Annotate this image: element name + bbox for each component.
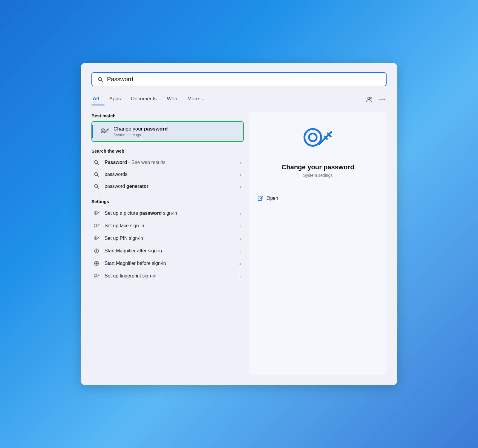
open-link-icon: [258, 195, 263, 201]
svg-point-8: [102, 130, 104, 132]
detail-actions: Open: [256, 193, 379, 204]
svg-line-12: [97, 163, 99, 165]
tab-all[interactable]: All: [91, 93, 105, 105]
open-label: Open: [266, 196, 278, 201]
arrow-right-icon: ›: [240, 184, 241, 189]
settings-item-3: Set up PIN sign-in: [105, 236, 240, 241]
settings-item-2: Set up face sign-in: [105, 223, 240, 228]
svg-point-7: [101, 129, 105, 133]
left-panel: Best match Change your password System: [91, 112, 244, 375]
detail-panel: Change your password System settings Ope…: [249, 112, 387, 375]
list-item[interactable]: Start Magnifier before sign-in ›: [91, 257, 244, 270]
search-icon: [93, 172, 100, 177]
web-result-text-1: Password - See web results: [105, 160, 240, 165]
settings-item-6: Set up fingerprint sign-in: [105, 273, 240, 279]
arrow-right-icon: ›: [240, 274, 241, 279]
list-item[interactable]: Set up a picture password sign-in ›: [91, 207, 244, 220]
svg-point-40: [309, 134, 317, 141]
key-icon: [93, 223, 100, 229]
magnifier-icon: [93, 248, 100, 254]
search-icon: [93, 160, 100, 165]
svg-point-22: [95, 225, 96, 226]
arrow-right-icon: ›: [240, 261, 241, 266]
more-options-button[interactable]: [378, 95, 387, 104]
web-search-label: Search the web: [91, 148, 244, 154]
settings-item-1: Set up a picture password sign-in: [105, 211, 240, 216]
svg-line-1: [101, 80, 103, 82]
best-match-item[interactable]: Change your password System settings: [91, 121, 244, 142]
web-result-text-2: passwords: [105, 172, 240, 177]
list-item[interactable]: Password - See web results ›: [91, 157, 244, 168]
search-icon: [93, 184, 100, 189]
key-icon: [93, 273, 100, 279]
tab-list: All Apps Documents Web More ⌄: [91, 93, 364, 105]
key-icon: [93, 235, 100, 241]
detail-subtitle: System settings: [303, 173, 333, 178]
best-match-text: Change your password System settings: [114, 126, 168, 137]
svg-point-6: [384, 99, 385, 100]
best-match-label: Best match: [91, 113, 244, 118]
open-button[interactable]: Open: [256, 193, 379, 204]
svg-point-26: [95, 237, 96, 239]
settings-item-5: Start Magnifier before sign-in: [105, 261, 240, 266]
web-search-section: Search the web Password - See web result…: [91, 147, 244, 192]
list-item[interactable]: passwords ›: [91, 168, 244, 180]
arrow-right-icon: ›: [240, 248, 241, 254]
arrow-right-icon: ›: [240, 211, 241, 216]
person-icon-button[interactable]: [364, 95, 373, 104]
best-match-accent: [92, 125, 93, 138]
best-match-title: Change your password: [114, 126, 168, 132]
arrow-right-icon: ›: [240, 160, 241, 165]
magnifier-icon: [93, 260, 100, 266]
search-panel: Password All Apps Documents Web More ⌄: [81, 63, 397, 385]
svg-point-18: [95, 212, 96, 214]
svg-point-36: [95, 275, 96, 276]
detail-title: Change your password: [281, 163, 354, 171]
best-match-subtitle: System settings: [114, 133, 168, 137]
arrow-right-icon: ›: [240, 172, 241, 177]
tab-actions: [364, 95, 387, 104]
svg-point-4: [379, 99, 381, 100]
svg-line-14: [97, 175, 99, 177]
list-item[interactable]: Set up fingerprint sign-in ›: [91, 270, 244, 282]
arrow-right-icon: ›: [240, 223, 241, 228]
svg-point-39: [304, 129, 321, 146]
search-input[interactable]: Password: [107, 76, 381, 83]
tab-documents[interactable]: Documents: [130, 93, 162, 105]
main-content: Best match Change your password System: [91, 112, 387, 375]
svg-point-5: [382, 99, 383, 100]
tabs-row: All Apps Documents Web More ⌄: [91, 93, 387, 105]
settings-section-label: Settings: [91, 199, 244, 204]
tab-web[interactable]: Web: [166, 93, 183, 105]
list-item[interactable]: Set up face sign-in ›: [91, 220, 244, 232]
key-icon: [100, 127, 109, 136]
chevron-down-icon: ⌄: [201, 97, 204, 101]
list-item[interactable]: Set up PIN sign-in ›: [91, 232, 244, 245]
tab-more[interactable]: More ⌄: [186, 93, 210, 105]
detail-key-icon: [301, 124, 334, 158]
detail-divider: [256, 186, 379, 186]
tab-apps[interactable]: Apps: [108, 93, 126, 105]
search-bar: Password: [91, 72, 387, 86]
arrow-right-icon: ›: [240, 236, 241, 241]
key-icon: [93, 210, 100, 216]
list-item[interactable]: password generator ›: [91, 180, 244, 192]
settings-item-4: Start Magnifier after sign-in: [105, 248, 240, 254]
svg-line-16: [97, 187, 99, 188]
web-result-text-3: password generator: [105, 184, 240, 189]
settings-section: Settings Set up a picture password sign-…: [91, 198, 244, 282]
search-icon: [97, 76, 103, 82]
list-item[interactable]: Start Magnifier after sign-in ›: [91, 245, 244, 257]
